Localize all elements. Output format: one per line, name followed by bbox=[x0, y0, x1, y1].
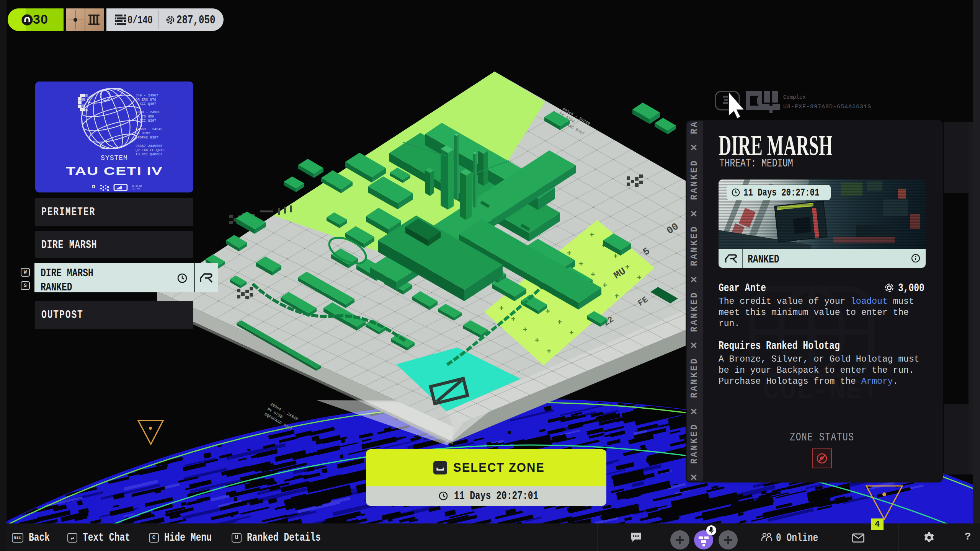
svg-text:88 88 WZ: 88 88 WZ bbox=[132, 185, 142, 187]
svg-text:LLZ 88L 5WZ: LLZ 88L 5WZ bbox=[132, 187, 142, 190]
